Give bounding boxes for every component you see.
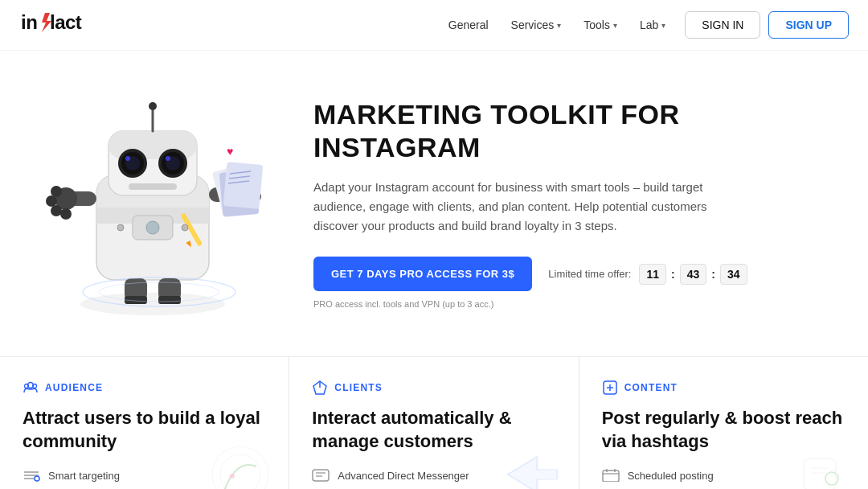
svg-rect-19 — [129, 183, 177, 190]
nav-links: General Services ▾ Tools ▾ Lab ▾ — [448, 18, 666, 31]
svg-point-10 — [149, 102, 157, 110]
nav-tools[interactable]: Tools ▾ — [583, 18, 617, 31]
timer-sep-2: : — [711, 268, 715, 281]
content-icon — [602, 380, 618, 396]
signin-button[interactable]: SIGN IN — [685, 11, 760, 39]
logo-svg: in lact — [19, 10, 92, 35]
svg-text:lact: lact — [50, 11, 82, 33]
content-tag-label: CONTENT — [624, 382, 678, 393]
clients-items: Advanced Direct Messenger Chatbot with a… — [312, 469, 555, 489]
nav-lab[interactable]: Lab ▾ — [640, 18, 665, 31]
timer-minutes: 43 — [680, 264, 707, 285]
audience-icon — [23, 380, 39, 396]
hero-description: Adapt your Instagram account for busines… — [313, 178, 731, 236]
clients-item-1: Advanced Direct Messenger — [338, 470, 469, 482]
audience-tag-label: AUDIENCE — [45, 382, 103, 393]
hero-section: ♥ MARKETING TOOLKIT FOR INSTA — [0, 51, 868, 356]
logo[interactable]: in lact — [19, 10, 92, 40]
targeting-icon — [23, 469, 40, 482]
timer-seconds: 34 — [720, 264, 747, 285]
svg-point-41 — [182, 224, 188, 231]
svg-text:♥: ♥ — [227, 145, 233, 158]
pro-note: PRO access incl. tools and VPN (up to 3 … — [313, 299, 828, 309]
limited-offer: Limited time offer: 11 : 43 : 34 — [548, 264, 747, 285]
navbar: in lact General Services ▾ Tools ▾ Lab ▾… — [0, 0, 868, 51]
audience-card-title: Attract users to build a loyal community — [23, 407, 266, 453]
messenger-icon — [312, 469, 330, 482]
svg-point-25 — [60, 208, 72, 220]
logo-text: in lact — [19, 10, 92, 40]
svg-rect-65 — [313, 470, 329, 481]
audience-card: AUDIENCE Attract users to build a loyal … — [0, 357, 289, 489]
svg-point-43 — [146, 221, 159, 234]
svg-point-40 — [117, 224, 124, 231]
chevron-down-icon: ▾ — [557, 21, 561, 30]
limited-offer-text: Limited time offer: — [548, 268, 631, 280]
content-card: CONTENT Post regularly & boost reach via… — [579, 357, 868, 489]
svg-point-14 — [125, 156, 130, 161]
svg-point-22 — [51, 186, 62, 197]
content-tag: CONTENT — [602, 380, 845, 396]
list-item: Smart targeting — [23, 469, 266, 482]
chevron-down-icon: ▾ — [613, 21, 617, 30]
clients-card-title: Interact automatically & manage customer… — [312, 407, 555, 453]
svg-point-23 — [46, 195, 57, 207]
svg-point-56 — [35, 476, 39, 481]
svg-rect-33 — [223, 162, 264, 209]
hero-content: MARKETING TOOLKIT FOR INSTAGRAM Adapt yo… — [281, 98, 828, 310]
svg-rect-77 — [603, 471, 619, 482]
feature-cards: AUDIENCE Attract users to build a loyal … — [0, 356, 868, 489]
list-item: Scheduled posting — [602, 469, 845, 482]
clients-tag-label: CLIENTS — [334, 382, 383, 393]
audience-items: Smart targeting Growth Analytics — [23, 469, 266, 489]
svg-text:in: in — [21, 11, 37, 33]
timer-hours: 11 — [639, 264, 666, 285]
hero-image: ♥ — [24, 75, 281, 332]
audience-item-1: Smart targeting — [48, 470, 120, 482]
content-item-1: Scheduled posting — [628, 470, 714, 482]
chevron-down-icon: ▾ — [661, 21, 665, 30]
content-card-title: Post regularly & boost reach via hashtag… — [602, 407, 845, 453]
pro-access-button[interactable]: GET 7 DAYS PRO ACCESS FOR 3$ — [313, 257, 532, 291]
timer-sep-1: : — [671, 268, 675, 281]
clients-tag: CLIENTS — [312, 380, 555, 396]
scheduling-icon — [602, 469, 620, 482]
svg-point-18 — [166, 156, 170, 161]
nav-general[interactable]: General — [448, 18, 489, 31]
robot-illustration: ♥ — [40, 87, 265, 320]
clients-card: CLIENTS Interact automatically & manage … — [289, 357, 579, 489]
svg-point-24 — [51, 205, 62, 216]
hero-actions: GET 7 DAYS PRO ACCESS FOR 3$ Limited tim… — [313, 257, 828, 291]
hero-title: MARKETING TOOLKIT FOR INSTAGRAM — [313, 98, 828, 164]
nav-services[interactable]: Services ▾ — [511, 18, 562, 31]
clients-icon — [312, 380, 328, 396]
countdown-timer: 11 : 43 : 34 — [639, 264, 747, 285]
svg-rect-47 — [158, 296, 181, 304]
list-item: Advanced Direct Messenger — [312, 469, 555, 482]
content-items: Scheduled posting AI Hashtag Generator — [602, 469, 845, 489]
signup-button[interactable]: SIGN UP — [768, 11, 849, 39]
audience-tag: AUDIENCE — [23, 380, 266, 396]
robot-svg: ♥ — [40, 87, 265, 320]
